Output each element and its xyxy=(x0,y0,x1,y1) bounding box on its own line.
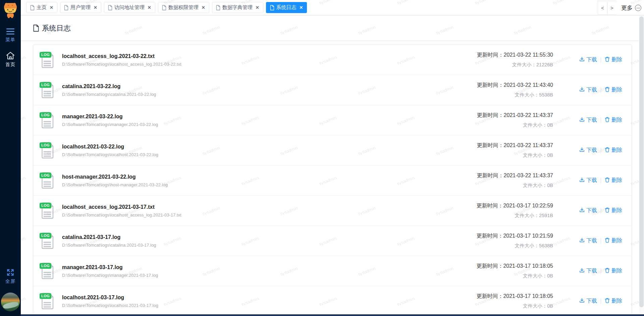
update-time-label: 更新时间： xyxy=(477,173,504,178)
app-window: 菜单 首页 全屏 主 xyxy=(0,0,644,316)
document-icon xyxy=(162,5,166,10)
update-time-value: 2021-03-22 11:43:37 xyxy=(504,112,553,118)
download-button[interactable]: 下载 xyxy=(579,298,597,305)
file-path: D:\Software\Tomcat\logs\catalina.2021-03… xyxy=(62,92,477,97)
close-icon[interactable]: ✕ xyxy=(50,5,53,10)
tab-label: 主页 xyxy=(37,4,47,11)
file-name: manager.2021-03-17.log xyxy=(62,264,476,270)
tab-4[interactable]: 数据字典管理✕ xyxy=(212,2,263,13)
delete-button[interactable]: 删除 xyxy=(605,177,622,184)
trash-icon xyxy=(605,238,611,244)
file-size-label: 文件大小： xyxy=(512,62,537,67)
download-icon xyxy=(579,117,586,124)
file-path: D:\Software\Tomcat\logs\localhost_access… xyxy=(62,62,477,67)
sidebar-item-label: 全屏 xyxy=(5,278,15,285)
log-file-icon: LOG xyxy=(41,232,55,250)
download-label: 下载 xyxy=(586,267,597,274)
download-button[interactable]: 下载 xyxy=(579,177,597,184)
ellipsis-circle-icon: … xyxy=(635,5,641,11)
document-icon xyxy=(108,5,112,10)
close-icon[interactable]: ✕ xyxy=(300,5,303,10)
file-size-label: 文件大小： xyxy=(523,303,547,309)
action-divider xyxy=(601,178,601,183)
download-button[interactable]: 下载 xyxy=(579,207,597,214)
action-divider xyxy=(601,118,601,123)
delete-label: 删除 xyxy=(611,177,622,184)
scrollbar[interactable] xyxy=(639,16,644,314)
action-divider xyxy=(601,57,601,63)
user-avatar[interactable] xyxy=(1,293,20,311)
delete-button[interactable]: 删除 xyxy=(605,267,622,274)
delete-button[interactable]: 删除 xyxy=(605,147,622,154)
log-row-4: LOGhost-manager.2021-03-22.logD:\Softwar… xyxy=(33,166,632,196)
update-time-label: 更新时间： xyxy=(476,263,503,269)
delete-button[interactable]: 删除 xyxy=(605,56,622,63)
file-size-label: 文件大小： xyxy=(523,273,547,278)
tab-label: 数据字典管理 xyxy=(222,4,253,11)
close-icon[interactable]: ✕ xyxy=(94,5,97,10)
update-time-value: 2021-03-17 10:22:59 xyxy=(503,203,553,208)
file-size-value: 21226B xyxy=(536,62,553,67)
main-area: 主页✕用户管理✕访问地址管理✕数据权限管理✕数据字典管理✕系统日志✕ < > 更… xyxy=(21,0,644,316)
sidebar-item-fullscreen[interactable]: 全屏 xyxy=(5,268,15,285)
delete-button[interactable]: 删除 xyxy=(605,237,622,244)
file-path: D:\Software\Tomcat\logs\localhost.2021-0… xyxy=(62,303,476,308)
tab-0[interactable]: 主页✕ xyxy=(26,2,57,13)
tab-1[interactable]: 用户管理✕ xyxy=(60,2,101,13)
tabs-next-button[interactable]: > xyxy=(607,1,616,15)
home-icon xyxy=(6,52,15,60)
log-badge: LOG xyxy=(40,263,51,269)
document-icon xyxy=(64,5,68,10)
download-button[interactable]: 下载 xyxy=(579,117,597,124)
tab-2[interactable]: 访问地址管理✕ xyxy=(104,2,155,13)
download-button[interactable]: 下载 xyxy=(579,267,597,274)
delete-label: 删除 xyxy=(611,267,622,274)
download-button[interactable]: 下载 xyxy=(579,237,597,244)
action-divider xyxy=(601,148,601,153)
delete-button[interactable]: 删除 xyxy=(605,207,622,214)
log-row-8: LOGlocalhost.2021-03-17.logD:\Software\T… xyxy=(33,286,632,313)
file-path: D:\Software\Tomcat\logs\manager.2021-03-… xyxy=(62,122,477,127)
more-label: 更多 xyxy=(621,4,633,12)
delete-label: 删除 xyxy=(611,298,622,305)
log-file-icon: LOG xyxy=(41,172,55,189)
update-time-label: 更新时间： xyxy=(477,142,504,148)
update-time-value: 2021-03-17 10:18:05 xyxy=(503,263,553,269)
file-name: host-manager.2021-03-22.log xyxy=(62,174,477,180)
sidebar-item-menu[interactable]: 菜单 xyxy=(5,28,15,43)
delete-label: 删除 xyxy=(611,86,622,93)
log-badge: LOG xyxy=(40,203,51,208)
download-button[interactable]: 下载 xyxy=(579,86,597,93)
delete-button[interactable]: 删除 xyxy=(605,298,622,305)
log-badge: LOG xyxy=(40,233,51,239)
close-icon[interactable]: ✕ xyxy=(202,5,205,10)
scrollbar-thumb[interactable] xyxy=(639,16,644,307)
tab-3[interactable]: 数据权限管理✕ xyxy=(158,2,209,13)
log-badge: LOG xyxy=(40,173,51,178)
delete-button[interactable]: 删除 xyxy=(605,86,622,93)
close-icon[interactable]: ✕ xyxy=(256,5,259,10)
download-label: 下载 xyxy=(586,147,597,154)
trash-icon xyxy=(605,57,611,63)
log-file-icon: LOG xyxy=(41,81,55,99)
tab-label: 数据权限管理 xyxy=(168,4,199,11)
download-icon xyxy=(579,238,586,244)
sidebar-item-home[interactable]: 首页 xyxy=(5,52,15,68)
download-button[interactable]: 下载 xyxy=(579,56,597,63)
log-badge: LOG xyxy=(40,82,51,88)
download-button[interactable]: 下载 xyxy=(579,147,597,154)
file-name: manager.2021-03-22.log xyxy=(62,114,477,120)
close-icon[interactable]: ✕ xyxy=(148,5,151,10)
update-time-label: 更新时间： xyxy=(477,82,504,88)
log-file-icon: LOG xyxy=(41,142,55,159)
tabs-more-button[interactable]: 更多 … xyxy=(621,4,641,12)
delete-button[interactable]: 删除 xyxy=(605,117,622,124)
tabs-prev-button[interactable]: < xyxy=(598,1,607,15)
document-icon xyxy=(33,24,39,32)
download-icon xyxy=(579,177,586,184)
trash-icon xyxy=(605,268,611,274)
log-badge: LOG xyxy=(40,112,51,118)
tab-5-active[interactable]: 系统日志✕ xyxy=(266,2,307,13)
update-time-value: 2021-03-17 10:18:05 xyxy=(503,293,553,299)
document-icon xyxy=(30,5,35,10)
